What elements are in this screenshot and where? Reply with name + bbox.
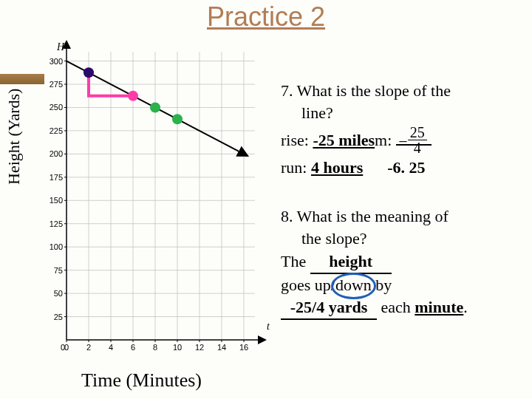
svg-text:250: 250: [50, 103, 63, 112]
svg-text:12: 12: [195, 343, 204, 352]
svg-point-69: [172, 114, 183, 124]
svg-text:125: 125: [50, 219, 63, 228]
svg-text:16: 16: [239, 343, 248, 352]
svg-text:14: 14: [217, 343, 226, 352]
svg-text:6: 6: [131, 343, 135, 352]
chart-svg: 255075100125150175200225250275300 024681…: [33, 37, 270, 355]
question-8: 8. What is the meaning of the slope? The…: [281, 205, 532, 319]
m-label: m:: [375, 131, 392, 149]
rise-label: rise:: [281, 131, 309, 149]
q8-blank-2: -25/4 yards: [281, 296, 377, 320]
svg-text:4: 4: [109, 343, 113, 352]
svg-text:275: 275: [50, 80, 63, 89]
questions: 7. What is the slope of the line? rise: …: [281, 80, 532, 332]
svg-text:150: 150: [50, 196, 63, 205]
q8-text-1: 8. What is the meaning of: [281, 205, 532, 228]
svg-text:10: 10: [173, 343, 182, 352]
svg-text:175: 175: [50, 173, 63, 182]
svg-text:8: 8: [153, 343, 157, 352]
minus-icon: −: [398, 132, 407, 151]
y-axis-label: Height (Yards): [4, 89, 24, 185]
svg-text:300: 300: [50, 57, 63, 66]
svg-text:75: 75: [54, 266, 63, 275]
svg-text:2: 2: [86, 343, 91, 352]
run-label: run:: [281, 158, 307, 177]
q7-text-2: line?: [281, 102, 532, 124]
svg-text:200: 200: [50, 149, 63, 158]
m-fraction: 254: [408, 125, 427, 155]
q8-the: The: [281, 252, 306, 270]
q8-each: each: [381, 298, 411, 316]
q7-text-1: 7. What is the slope of the: [281, 80, 532, 102]
svg-point-68: [150, 102, 160, 112]
q8-goes: goes up/: [281, 276, 335, 294]
question-7: 7. What is the slope of the line? rise: …: [281, 80, 532, 179]
svg-text:100: 100: [50, 242, 63, 251]
svg-text:0: 0: [61, 343, 65, 352]
rise-value: -25 miles: [313, 131, 375, 149]
page-title: Practice 2: [0, 1, 532, 33]
m-decimal: -6. 25: [387, 158, 425, 177]
q8-unit: minute: [415, 298, 463, 316]
svg-text:25: 25: [54, 313, 63, 321]
run-value: 4 hours: [311, 158, 363, 177]
svg-text:50: 50: [54, 289, 63, 298]
x-axis-label: Time (Minutes): [81, 369, 202, 392]
q8-text-2: the slope?: [281, 228, 532, 250]
svg-text:225: 225: [50, 126, 63, 135]
svg-point-67: [128, 91, 138, 101]
q8-blank-1: height: [310, 250, 392, 274]
q8-period: .: [463, 298, 468, 316]
svg-point-66: [83, 67, 94, 78]
circled-down: down: [335, 274, 372, 296]
chart: H t 255075100125150175200225250275300 02…: [33, 37, 270, 355]
